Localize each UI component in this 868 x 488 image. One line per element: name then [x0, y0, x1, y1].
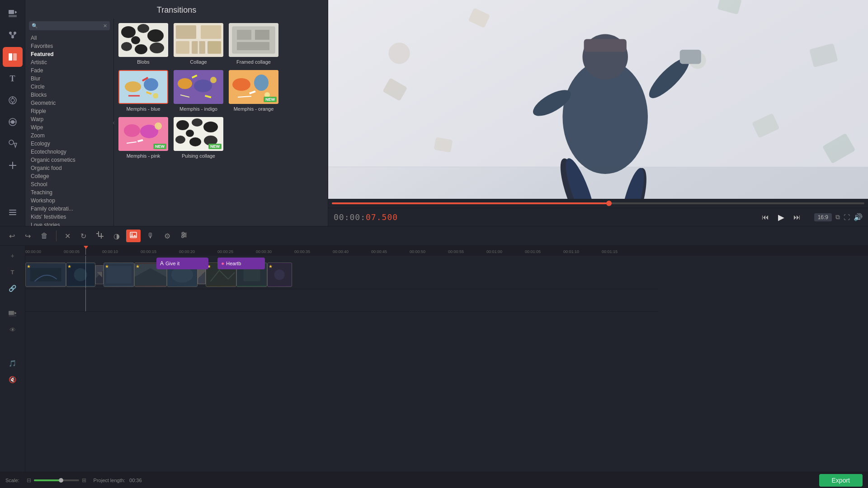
pip-button[interactable]: ⧉ — [835, 213, 840, 221]
sidebar-icon-motion[interactable] — [3, 112, 23, 132]
sidebar-icon-menu[interactable] — [3, 202, 23, 222]
cut-button[interactable]: ✕ — [61, 230, 74, 242]
text-track-icon[interactable]: T — [5, 266, 20, 278]
redo-button[interactable]: ↪ — [21, 230, 34, 242]
scale-thumb[interactable] — [59, 478, 63, 483]
sidebar-icon-add[interactable] — [3, 155, 23, 175]
category-blocks[interactable]: Blocks — [29, 91, 110, 99]
transition-thumb-collage — [174, 23, 223, 57]
bottom-bar: Scale: ⊟ ⊞ Project length: 00:36 Export — [0, 472, 868, 488]
search-bar[interactable]: 🔍 ✕ — [29, 21, 110, 30]
track-eye-icon[interactable]: 👁 — [5, 324, 20, 336]
scale-min-icon[interactable]: ⊟ — [27, 477, 31, 483]
image-button[interactable] — [126, 230, 141, 242]
progress-track[interactable] — [332, 202, 864, 204]
settings-button[interactable]: ⚙ — [160, 230, 174, 242]
audio-track-row — [25, 289, 658, 312]
category-warp[interactable]: Warp — [29, 115, 110, 123]
sidebar-icon-shapes[interactable] — [3, 134, 23, 154]
category-organic-cosmetics[interactable]: Organic cosmetics — [29, 156, 110, 164]
rotate-button[interactable]: ↻ — [77, 230, 90, 242]
category-school[interactable]: School — [29, 180, 110, 188]
search-input[interactable] — [40, 23, 101, 29]
category-ecotechnology[interactable]: Ecotechnology — [29, 148, 110, 156]
preview-video — [328, 0, 868, 199]
category-artistic[interactable]: Artistic — [29, 58, 110, 66]
category-family[interactable]: Family celebrati... — [29, 205, 110, 213]
audio-icon[interactable]: 🎵 — [5, 357, 20, 370]
transition-item-collage[interactable]: Collage — [174, 23, 223, 65]
sidebar-icon-media[interactable] — [3, 4, 23, 23]
category-ecology[interactable]: Ecology — [29, 140, 110, 148]
svg-point-114 — [182, 236, 184, 238]
clip-star-1: ★ — [27, 264, 31, 269]
add-track-button[interactable]: + — [5, 249, 20, 262]
sidebar-icon-filters[interactable] — [3, 90, 23, 110]
crop-button[interactable] — [93, 230, 107, 242]
mute-icon[interactable]: 🔇 — [5, 373, 20, 386]
timeline-left-tools: + T 🔗 👁 🎵 🔇 — [0, 246, 25, 472]
category-circle[interactable]: Circle — [29, 83, 110, 91]
category-fade[interactable]: Fade — [29, 66, 110, 75]
sidebar-icon-effects[interactable] — [3, 25, 23, 45]
category-wipe[interactable]: Wipe — [29, 123, 110, 131]
close-search-icon[interactable]: ✕ — [103, 23, 107, 29]
category-all[interactable]: All — [29, 34, 110, 42]
audio-settings-button[interactable] — [177, 230, 191, 242]
play-button[interactable]: ▶ — [775, 211, 787, 224]
sidebar-icon-text[interactable]: T — [3, 69, 23, 89]
transition-item-memphis-indigo[interactable]: Memphis - indigo — [174, 70, 223, 112]
category-blur[interactable]: Blur — [29, 75, 110, 83]
skip-forward-button[interactable]: ⏭ — [791, 211, 803, 224]
category-teaching[interactable]: Teaching — [29, 188, 110, 197]
link-icon[interactable]: 🔗 — [5, 282, 20, 295]
transition-item-framed[interactable]: Framed collage — [229, 23, 278, 65]
category-zoom[interactable]: Zoom — [29, 131, 110, 140]
transition-item-pulsing[interactable]: NEW Pulsing collage — [174, 117, 223, 159]
transition-item-blobs[interactable]: Blobs — [118, 23, 168, 65]
svg-rect-45 — [237, 42, 269, 50]
category-organic-food[interactable]: Organic food — [29, 164, 110, 172]
scale-slider[interactable] — [34, 479, 79, 481]
svg-rect-35 — [201, 25, 221, 39]
timecode: 00:00:07.500 — [334, 212, 398, 222]
svg-point-112 — [182, 232, 184, 234]
category-favorites[interactable]: Favorites — [29, 42, 110, 50]
sidebar-icon-transitions[interactable] — [3, 47, 23, 67]
video-clip-2[interactable]: ★ — [66, 263, 95, 287]
category-love[interactable]: Love stories — [29, 221, 110, 226]
title-clip-heartb[interactable]: ● Heartb — [217, 258, 265, 269]
category-geometric[interactable]: Geometric — [29, 99, 110, 107]
delete-button[interactable]: 🗑 — [37, 230, 52, 242]
transition-item-memphis-pink[interactable]: NEW Memphis - pink — [118, 117, 168, 159]
category-kids[interactable]: Kids' festivities — [29, 213, 110, 221]
svg-rect-23 — [9, 212, 16, 213]
category-featured[interactable]: Featured — [29, 50, 110, 58]
svg-rect-38 — [208, 41, 221, 54]
transition-marker-1[interactable] — [95, 265, 104, 284]
svg-point-108 — [132, 234, 133, 235]
undo-button[interactable]: ↩ — [5, 230, 19, 242]
color-button[interactable]: ◑ — [110, 230, 123, 242]
category-workshop[interactable]: Workshop — [29, 197, 110, 205]
transition-item-memphis-orange[interactable]: NEW Memphis - orange — [229, 70, 278, 112]
export-button[interactable]: Export — [819, 474, 863, 487]
video-clip-1[interactable]: ★ — [25, 263, 66, 287]
title-clip-give-it[interactable]: A Give it — [156, 258, 208, 269]
category-college[interactable]: College — [29, 172, 110, 180]
volume-button[interactable]: 🔊 — [854, 213, 863, 221]
category-ripple[interactable]: Ripple — [29, 107, 110, 115]
scale-max-icon[interactable]: ⊞ — [82, 477, 86, 483]
video-clip-3[interactable]: ★ — [104, 263, 134, 287]
progress-bar-area[interactable] — [328, 199, 868, 208]
video-track-icon[interactable] — [5, 307, 20, 320]
progress-thumb[interactable] — [606, 201, 612, 206]
aspect-ratio-badge: 16:9 — [814, 213, 832, 221]
transition-label-memphis-indigo: Memphis - indigo — [179, 106, 217, 112]
skip-back-button[interactable]: ⏮ — [759, 211, 772, 224]
fullscreen-button[interactable]: ⛶ — [844, 214, 850, 221]
svg-rect-97 — [584, 39, 627, 52]
transition-item-memphis-blue[interactable]: Memphis - blue — [118, 70, 168, 112]
video-clip-8[interactable]: ★ — [267, 263, 292, 287]
mic-button[interactable]: 🎙 — [143, 230, 158, 242]
